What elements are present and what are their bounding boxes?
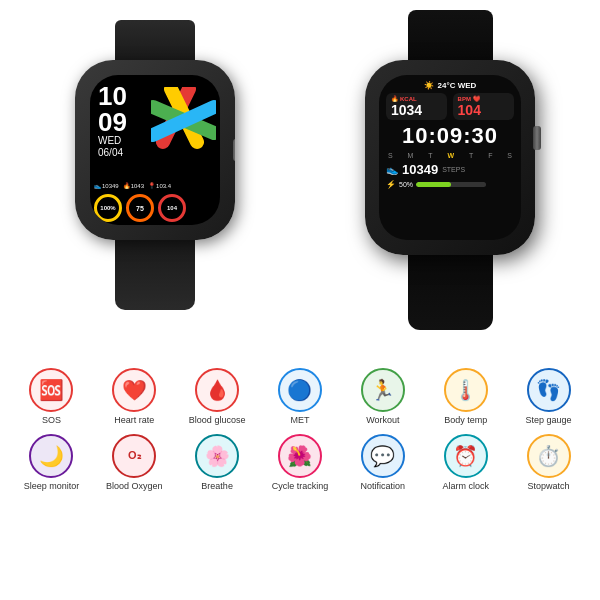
watch-left-x-icon: [151, 87, 216, 152]
breathe-icon: 🌸: [195, 434, 239, 478]
feature-item-met: 🔵MET: [259, 368, 342, 426]
bpm-value: 104: [458, 102, 509, 118]
watch-left-crown: [233, 139, 235, 161]
watch-left-circles: 100% 75 104: [90, 191, 220, 225]
met-icon: 🔵: [278, 368, 322, 412]
watch-right-body: ☀️ 24°C WED 🔥 KCAL 1034: [365, 60, 535, 255]
watch-left-band-top: [115, 20, 195, 60]
step-gauge-icon: 👣: [527, 368, 571, 412]
watch-right: ☀️ 24°C WED 🔥 KCAL 1034: [350, 10, 550, 330]
kcal-value: 1034: [391, 102, 442, 118]
blood-glucose-label: Blood glucose: [189, 415, 246, 426]
watch-right-screen: ☀️ 24°C WED 🔥 KCAL 1034: [379, 75, 521, 240]
watch-left-stats: 👟 10349 🔥 1043 📍 103.4: [90, 180, 220, 191]
kcal-metric: 🔥 KCAL 1034: [386, 93, 447, 120]
watch-left-band-bottom: [115, 240, 195, 310]
main-container: 10 09 WED 06/04: [0, 0, 600, 600]
watch-right-weather: ☀️ 24°C WED: [386, 81, 514, 90]
features-grid: 🆘SOS❤️Heart rate🩸Blood glucose🔵MET🏃Worko…: [10, 368, 590, 492]
body-temp-icon: 🌡️: [444, 368, 488, 412]
battery-icon: ⚡: [386, 180, 396, 189]
watch-left-date: WED 06/04: [90, 135, 135, 159]
blood-oxygen-icon: O₂: [112, 434, 156, 478]
watch-left-time: 10 09: [90, 75, 135, 135]
watch-left-circle-hr: 104: [158, 194, 186, 222]
feature-item-sleep-monitor: 🌙Sleep monitor: [10, 434, 93, 492]
feature-item-blood-oxygen: O₂Blood Oxygen: [93, 434, 176, 492]
notification-icon: 💬: [361, 434, 405, 478]
watch-right-days: S M T W T F S: [386, 152, 514, 159]
battery-bar: [416, 182, 486, 187]
sleep-monitor-label: Sleep monitor: [24, 481, 80, 492]
body-temp-label: Body temp: [444, 415, 487, 426]
cycle-tracking-label: Cycle tracking: [272, 481, 329, 492]
workout-label: Workout: [366, 415, 399, 426]
feature-item-notification: 💬Notification: [341, 434, 424, 492]
sleep-monitor-icon: 🌙: [29, 434, 73, 478]
feature-item-heart-rate: ❤️Heart rate: [93, 368, 176, 426]
alarm-clock-icon: ⏰: [444, 434, 488, 478]
steps-icon: 👟: [386, 164, 398, 175]
steps-label: STEPS: [442, 166, 465, 173]
breathe-label: Breathe: [201, 481, 233, 492]
weather-icon: ☀️: [424, 81, 434, 90]
watch-left-screen: 10 09 WED 06/04: [90, 75, 220, 225]
watch-left-stat-steps: 👟 10349: [94, 182, 119, 189]
feature-item-workout: 🏃Workout: [341, 368, 424, 426]
day-w: W: [447, 152, 454, 159]
notification-label: Notification: [361, 481, 406, 492]
day-s1: S: [388, 152, 393, 159]
watch-left-min: 09: [98, 107, 127, 137]
sos-label: SOS: [42, 415, 61, 426]
watches-area: 10 09 WED 06/04: [0, 0, 600, 360]
day-m: M: [408, 152, 414, 159]
kcal-label: 🔥 KCAL: [391, 95, 442, 102]
watch-right-metrics: 🔥 KCAL 1034 BPM ❤️ 104: [386, 93, 514, 120]
blood-oxygen-label: Blood Oxygen: [106, 481, 163, 492]
watch-left-stat-distance: 📍 103.4: [148, 182, 171, 189]
feature-item-sos: 🆘SOS: [10, 368, 93, 426]
bpm-metric: BPM ❤️ 104: [453, 93, 514, 120]
battery-pct: 50%: [399, 181, 413, 188]
feature-item-step-gauge: 👣Step gauge: [507, 368, 590, 426]
watch-right-battery: ⚡ 50%: [386, 180, 514, 189]
watch-left-body: 10 09 WED 06/04: [75, 60, 235, 240]
day-t1: T: [428, 152, 432, 159]
alarm-clock-label: Alarm clock: [442, 481, 489, 492]
bpm-label: BPM ❤️: [458, 95, 509, 102]
features-area: 🆘SOS❤️Heart rate🩸Blood glucose🔵MET🏃Worko…: [0, 360, 600, 600]
watch-left: 10 09 WED 06/04: [60, 20, 250, 310]
steps-value: 10349: [402, 162, 438, 177]
feature-item-cycle-tracking: 🌺Cycle tracking: [259, 434, 342, 492]
watch-right-temp: 24°C WED: [438, 81, 477, 90]
feature-item-alarm-clock: ⏰Alarm clock: [424, 434, 507, 492]
stopwatch-label: Stopwatch: [528, 481, 570, 492]
blood-glucose-icon: 🩸: [195, 368, 239, 412]
heart-rate-icon: ❤️: [112, 368, 156, 412]
day-s2: S: [507, 152, 512, 159]
watch-left-stat-calories: 🔥 1043: [123, 182, 144, 189]
day-f: F: [488, 152, 492, 159]
feature-item-blood-glucose: 🩸Blood glucose: [176, 368, 259, 426]
watch-right-crown: [533, 126, 541, 150]
cycle-tracking-icon: 🌺: [278, 434, 322, 478]
stopwatch-icon: ⏱️: [527, 434, 571, 478]
watch-right-band-bottom: [408, 255, 493, 330]
battery-fill: [416, 182, 451, 187]
workout-icon: 🏃: [361, 368, 405, 412]
met-label: MET: [290, 415, 309, 426]
watch-left-circle-calories: 75: [126, 194, 154, 222]
heart-rate-label: Heart rate: [114, 415, 154, 426]
feature-item-stopwatch: ⏱️Stopwatch: [507, 434, 590, 492]
watch-left-circle-activity: 100%: [94, 194, 122, 222]
step-gauge-label: Step gauge: [526, 415, 572, 426]
day-t2: T: [469, 152, 473, 159]
watch-right-band-top: [408, 10, 493, 60]
feature-item-body-temp: 🌡️Body temp: [424, 368, 507, 426]
feature-item-breathe: 🌸Breathe: [176, 434, 259, 492]
watch-right-steps: 👟 10349 STEPS: [386, 162, 514, 177]
watch-right-time: 10:09:30: [386, 123, 514, 149]
sos-icon: 🆘: [29, 368, 73, 412]
